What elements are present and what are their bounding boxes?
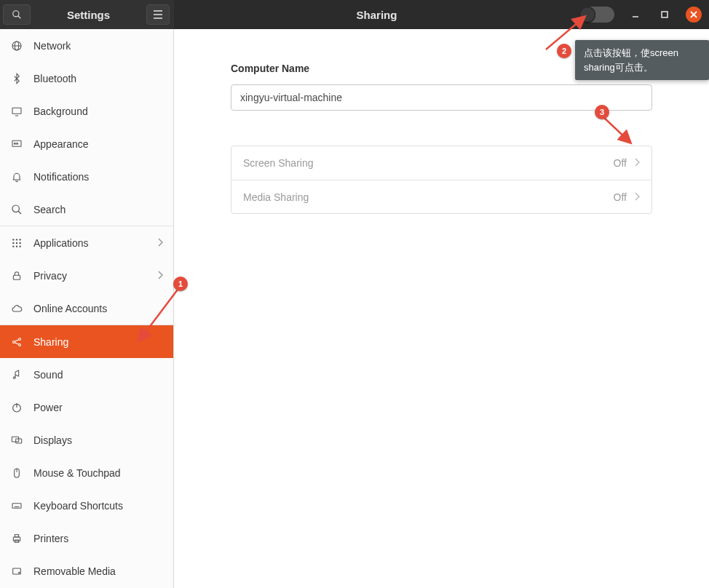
- content-pane: Computer Name Screen Sharing Off Media S…: [174, 29, 709, 588]
- titlebar: Settings Sharing: [0, 0, 709, 29]
- svg-point-34: [13, 376, 15, 378]
- svg-rect-28: [13, 275, 20, 279]
- minimize-icon: [632, 11, 639, 18]
- sidebar-item-label: Search: [33, 204, 66, 215]
- svg-line-1: [18, 16, 21, 19]
- sidebar-item-removable[interactable]: Removable Media: [0, 555, 173, 587]
- titlebar-right: Sharing: [174, 0, 709, 29]
- lock-icon: [10, 270, 23, 282]
- apps-icon: [10, 237, 23, 249]
- search-button[interactable]: [3, 4, 31, 25]
- svg-point-31: [19, 343, 21, 346]
- svg-rect-6: [662, 12, 668, 17]
- bluetooth-icon: [10, 73, 23, 84]
- svg-point-25: [12, 245, 14, 247]
- page-title: Sharing: [174, 9, 579, 21]
- svg-line-18: [18, 211, 21, 214]
- maximize-button[interactable]: [657, 7, 673, 23]
- sidebar-item-sound[interactable]: Sound: [0, 358, 173, 391]
- toggle-knob: [579, 7, 595, 23]
- sidebar-item-sharing[interactable]: Sharing: [0, 325, 173, 358]
- search-icon: [12, 9, 22, 20]
- svg-point-17: [12, 205, 19, 212]
- svg-point-0: [13, 11, 19, 17]
- computer-name-label: Computer Name: [231, 63, 652, 74]
- sidebar-item-label: Removable Media: [33, 565, 116, 577]
- disk-icon: [10, 565, 23, 577]
- sidebar-item-label: Network: [33, 40, 71, 52]
- svg-point-24: [19, 242, 20, 243]
- svg-rect-44: [15, 534, 18, 536]
- sidebar-item-label: Displays: [33, 434, 72, 446]
- sidebar-item-displays[interactable]: Displays: [0, 424, 173, 456]
- chevron-right-icon: [157, 237, 163, 249]
- media-sharing-status: Off: [614, 191, 627, 203]
- chevron-right-icon: [634, 157, 640, 169]
- media-sharing-row[interactable]: Media Sharing Off: [231, 180, 651, 213]
- power-icon: [10, 402, 23, 413]
- globe-icon: [10, 40, 23, 52]
- sidebar-item-label: Privacy: [33, 270, 67, 282]
- svg-point-22: [12, 242, 14, 243]
- svg-rect-37: [12, 437, 18, 442]
- sidebar-item-applications[interactable]: Applications: [0, 226, 173, 259]
- sidebar-item-label: Mouse & Touchpad: [33, 467, 121, 479]
- sidebar-item-privacy[interactable]: Privacy: [0, 259, 173, 292]
- sidebar-item-label: Printers: [33, 533, 68, 544]
- sidebar-item-online[interactable]: Online Accounts: [0, 292, 173, 325]
- svg-point-23: [16, 242, 17, 243]
- computer-name-input[interactable]: [231, 84, 652, 111]
- share-icon: [10, 336, 23, 348]
- sharing-options-list: Screen Sharing Off Media Sharing Off: [231, 146, 652, 214]
- window-controls: [627, 7, 709, 23]
- sidebar: NetworkBluetoothBackgroundAppearanceNoti…: [0, 29, 174, 588]
- sidebar-item-bluetooth[interactable]: Bluetooth: [0, 62, 173, 95]
- sidebar-item-appearance[interactable]: Appearance: [0, 127, 173, 160]
- sidebar-item-keyboard[interactable]: Keyboard Shortcuts: [0, 489, 173, 522]
- sidebar-item-label: Power: [33, 402, 63, 413]
- svg-rect-41: [12, 503, 21, 508]
- sidebar-item-network[interactable]: Network: [0, 29, 173, 62]
- svg-line-33: [15, 342, 18, 344]
- minimize-button[interactable]: [627, 7, 643, 23]
- keyboard-icon: [10, 500, 23, 512]
- maximize-icon: [661, 11, 668, 18]
- sidebar-item-label: Appearance: [33, 138, 89, 150]
- sharing-master-toggle[interactable]: [579, 7, 614, 23]
- sidebar-item-label: Background: [33, 106, 88, 117]
- sidebar-item-label: Sharing: [33, 336, 68, 348]
- sidebar-item-notifications[interactable]: Notifications: [0, 160, 173, 193]
- screen-sharing-row[interactable]: Screen Sharing Off: [231, 146, 651, 180]
- close-button[interactable]: [686, 7, 702, 23]
- svg-point-30: [19, 338, 21, 340]
- titlebar-left: Settings: [0, 0, 174, 29]
- sidebar-item-background[interactable]: Background: [0, 95, 173, 127]
- sidebar-item-label: Sound: [33, 369, 63, 381]
- sidebar-item-mouse[interactable]: Mouse & Touchpad: [0, 456, 173, 489]
- svg-rect-12: [12, 108, 21, 114]
- sidebar-item-search[interactable]: Search: [0, 193, 173, 226]
- media-sharing-label: Media Sharing: [243, 191, 614, 203]
- sidebar-item-label: Keyboard Shortcuts: [33, 500, 123, 512]
- screen-sharing-status: Off: [614, 157, 627, 169]
- screen-sharing-label: Screen Sharing: [243, 157, 614, 169]
- svg-point-47: [19, 572, 20, 573]
- mouse-icon: [10, 467, 23, 479]
- search-icon: [10, 204, 23, 215]
- hamburger-button[interactable]: [146, 4, 170, 25]
- svg-point-20: [16, 239, 17, 240]
- bell-icon: [10, 171, 23, 183]
- sound-icon: [10, 369, 23, 381]
- close-icon: [690, 11, 697, 18]
- sidebar-item-printers[interactable]: Printers: [0, 522, 173, 555]
- settings-title: Settings: [31, 9, 146, 21]
- hamburger-icon: [153, 10, 163, 19]
- displays-icon: [10, 434, 23, 446]
- sidebar-item-label: Bluetooth: [33, 73, 76, 84]
- sidebar-item-power[interactable]: Power: [0, 391, 173, 424]
- svg-point-16: [17, 143, 18, 144]
- chevron-right-icon: [157, 270, 163, 282]
- sidebar-item-label: Online Accounts: [33, 303, 107, 314]
- appearance-icon: [10, 138, 23, 150]
- svg-point-27: [19, 245, 20, 247]
